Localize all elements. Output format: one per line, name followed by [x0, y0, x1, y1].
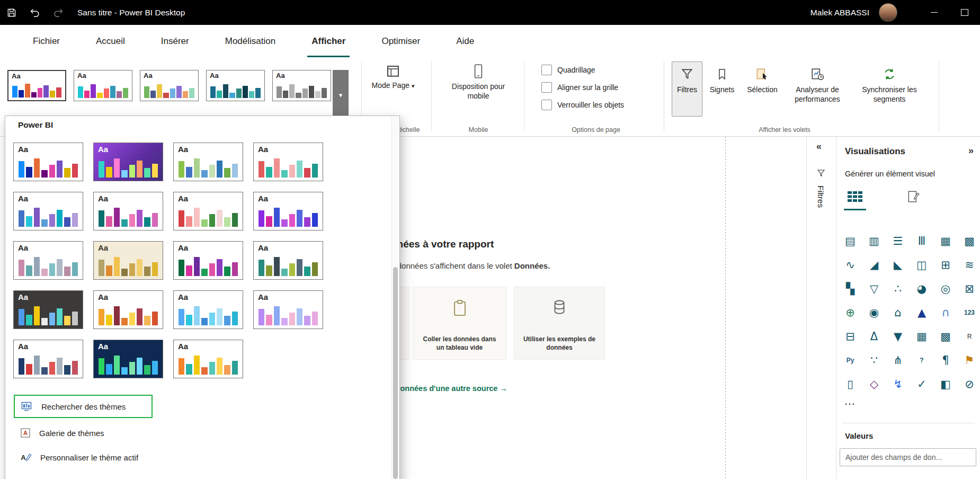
menu-item-galerie-de-themes[interactable]: AGalerie de thèmes	[14, 422, 387, 443]
visual-icon-funnel-chart[interactable]: ▽	[865, 279, 884, 298]
visual-icon-metrics[interactable]: ⚑	[960, 351, 979, 370]
visual-icon-line-and-clustered-column-chart[interactable]: ⊞	[936, 255, 955, 274]
ribbon-tab-aide[interactable]: Aide	[440, 25, 490, 57]
visual-icon-smart-narrative[interactable]: ¶	[936, 351, 955, 370]
theme-card[interactable]: Aa	[253, 241, 323, 280]
visual-icon-paginated-report[interactable]: ▯	[841, 375, 860, 394]
visual-icon-stacked-bar-chart[interactable]: ▤	[841, 232, 860, 251]
theme-card[interactable]: Aa	[173, 340, 243, 378]
visual-icon-filled-map[interactable]: ◉	[865, 303, 884, 322]
minimize-button[interactable]	[919, 0, 949, 25]
theme-card[interactable]: Aa	[93, 241, 163, 280]
theme-card[interactable]: Aa	[93, 143, 163, 181]
theme-card[interactable]: Aa	[74, 70, 132, 101]
dropdown-scrollbar[interactable]	[391, 117, 399, 479]
visual-icon-clustered-bar-chart[interactable]: ☰	[888, 232, 907, 251]
visual-icon-100-stacked-column-chart[interactable]: ▩	[960, 232, 979, 251]
visual-icon-donut-chart[interactable]: ◎	[936, 279, 955, 298]
visual-icon-scatter-chart[interactable]: ∴	[888, 279, 907, 298]
theme-card[interactable]: Aa	[13, 290, 83, 329]
save-icon[interactable]	[0, 0, 23, 25]
visual-icon-area-chart[interactable]: ◢	[865, 255, 884, 274]
theme-card[interactable]: Aa	[13, 192, 83, 230]
visual-icon-table[interactable]: ▦	[912, 327, 931, 346]
visual-icon-map[interactable]: ⊕	[841, 303, 860, 322]
visual-icon-q-and-a[interactable]: ?	[912, 351, 931, 370]
visual-icon-power-automate[interactable]: ↯	[888, 375, 907, 394]
theme-card[interactable]: Aa	[253, 143, 323, 181]
theme-card[interactable]: Aa	[272, 70, 331, 101]
checkbox-quadrillage[interactable]: Quadrillage	[541, 65, 624, 75]
theme-card[interactable]: Aa	[253, 290, 323, 329]
theme-card[interactable]: Aa	[13, 143, 83, 181]
mobile-layout-button[interactable]: Disposition pour mobile	[441, 64, 515, 101]
theme-card[interactable]: Aa	[93, 192, 163, 230]
ribbon-tab-inserer[interactable]: Insérer	[145, 25, 205, 57]
scrollbar-thumb[interactable]	[393, 267, 398, 479]
visual-icon-stacked-column-chart[interactable]: ▥	[865, 232, 884, 251]
pane-button-filtres[interactable]: Filtres	[672, 61, 702, 117]
undo-icon[interactable]	[23, 0, 47, 25]
add-data-fields-input[interactable]	[840, 448, 976, 466]
gallery-dropdown-button[interactable]: ▾	[333, 70, 349, 120]
theme-card[interactable]: Aa	[13, 340, 83, 378]
visual-icon-python-visual[interactable]: Py	[841, 351, 860, 370]
visual-icon-multi-row-card[interactable]: ⊟	[841, 327, 860, 346]
visual-icon-scorecard[interactable]: ✓	[912, 375, 931, 394]
filters-pane-label[interactable]: Filtres	[816, 185, 825, 208]
visual-icon-line-chart[interactable]: ∿	[841, 255, 860, 274]
ribbon-tab-modelisation[interactable]: Modélisation	[209, 25, 291, 57]
visual-icon-matrix[interactable]: ▩	[936, 327, 955, 346]
visual-icon-power-apps[interactable]: ◇	[865, 375, 884, 394]
theme-card[interactable]: Aa	[13, 241, 83, 280]
get-data-card-coller-les-donnees-dans-un-tableau-vide[interactable]: Coller les données dans un tableau vide	[413, 287, 506, 360]
visual-icon-stacked-area-chart[interactable]: ◣	[888, 255, 907, 274]
visual-icon-r-script-visual[interactable]: R	[960, 327, 979, 346]
visual-icon-kpi[interactable]: Δ	[865, 327, 884, 346]
checkbox-verrouiller-les-objets[interactable]: Verrouiller les objets	[541, 100, 624, 110]
theme-card[interactable]: Aa	[93, 290, 163, 329]
theme-card[interactable]: Aa	[140, 70, 199, 101]
visual-icon-shape-map[interactable]: ⌂	[888, 303, 907, 322]
pane-button-synchroniser-les-segments[interactable]: Synchroniser les segments	[852, 61, 927, 117]
visual-icon-decomposition-tree[interactable]: ⋔	[888, 351, 907, 370]
ribbon-tab-afficher[interactable]: Afficher	[296, 25, 361, 57]
visual-icon-100-stacked-bar-chart[interactable]: ▦	[936, 232, 955, 251]
visual-icon-slicer[interactable]: ▼	[888, 327, 907, 346]
visual-icon-pie-chart[interactable]: ◕	[912, 279, 931, 298]
pane-button-analyseur-de-performances[interactable]: Analyseur de performances	[786, 61, 849, 117]
visual-icon-html-content[interactable]: ⊘	[960, 375, 979, 394]
expand-pane-icon[interactable]: «	[816, 141, 822, 152]
menu-item-personnaliser-le-theme-actif[interactable]: APersonnaliser le thème actif	[14, 447, 387, 468]
theme-card[interactable]: Aa	[173, 143, 243, 181]
theme-card[interactable]: Aa	[173, 241, 243, 280]
get-data-card-utiliser-les-exemples-de-donnees[interactable]: Utiliser les exemples de données	[514, 287, 605, 360]
visual-icon-azure-map[interactable]: ▲	[912, 303, 931, 322]
checkbox-aligner-sur-la-grille[interactable]: Aligner sur la grille	[541, 82, 624, 93]
pane-button-selection[interactable]: Sélection	[742, 61, 783, 117]
visual-icon-key-influencers[interactable]: ∵	[865, 351, 884, 370]
visual-icon-clustered-column-chart[interactable]: Ⅲ	[912, 232, 931, 251]
visual-icon-ribbon-chart[interactable]: ≋	[960, 255, 979, 274]
theme-card[interactable]: Aa	[173, 290, 243, 329]
maximize-button[interactable]	[949, 0, 980, 25]
more-visuals-button[interactable]: …	[844, 394, 856, 408]
theme-card[interactable]: Aa	[93, 340, 163, 378]
visual-icon-new-slicer[interactable]: ◧	[936, 375, 955, 394]
ribbon-tab-accueil[interactable]: Accueil	[80, 25, 141, 57]
theme-card[interactable]: Aa	[253, 192, 323, 230]
visual-icon-treemap[interactable]: ⊠	[960, 279, 979, 298]
theme-card[interactable]: Aa	[173, 192, 243, 230]
page-view-button[interactable]: Mode Page ▾	[366, 64, 421, 90]
theme-card[interactable]: Aa	[206, 70, 265, 101]
pane-button-signets[interactable]: Signets	[706, 61, 738, 117]
visual-icon-arcgis-map[interactable]: ∩	[936, 303, 955, 322]
redo-icon[interactable]	[47, 0, 70, 25]
avatar[interactable]	[879, 3, 897, 22]
visual-icon-line-and-stacked-column-chart[interactable]: ◫	[912, 255, 931, 274]
theme-card[interactable]: Aa	[7, 70, 66, 101]
ribbon-tab-fichier[interactable]: Fichier	[17, 25, 76, 57]
ribbon-tab-optimiser[interactable]: Optimiser	[366, 25, 436, 57]
user-name[interactable]: Malek ABBASSI	[810, 8, 869, 17]
visual-icon-card[interactable]: 123	[960, 303, 979, 322]
